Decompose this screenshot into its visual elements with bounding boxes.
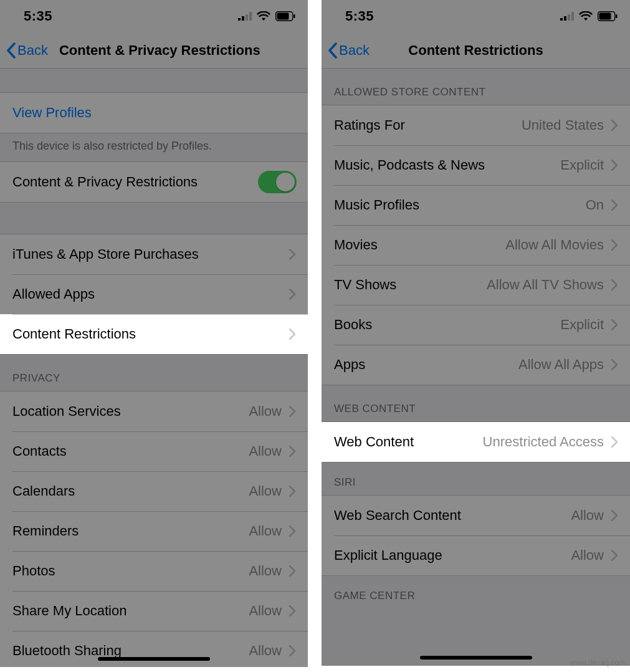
music-profiles-cell[interactable]: Music Profiles On: [322, 185, 630, 225]
cell-value: Allow: [249, 523, 282, 539]
back-button[interactable]: Back: [0, 42, 48, 59]
wifi-icon: [579, 11, 593, 21]
view-profiles-cell[interactable]: View Profiles: [0, 93, 308, 133]
cell-value: Allow: [571, 507, 604, 524]
privacy-header: PRIVACY: [0, 355, 308, 391]
chevron-right-icon: [610, 549, 619, 562]
itunes-purchases-cell[interactable]: iTunes & App Store Purchases: [0, 234, 308, 274]
cell-label: Content Restrictions: [12, 326, 136, 342]
share-my-location-cell[interactable]: Share My Location Allow: [0, 591, 308, 631]
apps-cell[interactable]: Apps Allow All Apps: [322, 345, 630, 385]
master-toggle-label: Content & Privacy Restrictions: [12, 174, 198, 190]
battery-icon: [275, 11, 295, 21]
explicit-language-cell[interactable]: Explicit Language Allow: [322, 535, 630, 575]
svg-rect-13: [616, 14, 618, 18]
svg-rect-3: [249, 12, 252, 21]
cell-label: Contacts: [12, 443, 67, 459]
cell-label: Books: [334, 317, 372, 333]
chevron-right-icon: [288, 524, 297, 538]
cell-value: Explicit: [560, 157, 604, 173]
content-restrictions-cell[interactable]: Content Restrictions: [0, 314, 308, 354]
chevron-right-icon: [610, 238, 619, 252]
allowed-apps-cell[interactable]: Allowed Apps: [0, 274, 308, 314]
cell-label: Location Services: [12, 403, 121, 420]
photos-cell[interactable]: Photos Allow: [0, 551, 308, 591]
cell-value: Allow: [249, 443, 282, 459]
cell-value: Allow: [249, 603, 282, 619]
watermark: www.deuaq.com: [570, 658, 625, 667]
bluetooth-sharing-cell[interactable]: Bluetooth Sharing Allow: [0, 631, 308, 667]
cell-label: Ratings For: [334, 117, 405, 133]
web-search-content-cell[interactable]: Web Search Content Allow: [322, 496, 630, 535]
svg-rect-5: [277, 13, 289, 20]
back-label: Back: [339, 42, 370, 59]
cell-label: Allowed Apps: [12, 286, 95, 302]
cell-value: United States: [522, 117, 604, 133]
svg-rect-12: [599, 13, 611, 20]
back-label: Back: [17, 42, 48, 59]
reminders-cell[interactable]: Reminders Allow: [0, 511, 308, 551]
cell-label: Music Profiles: [334, 197, 419, 213]
home-indicator[interactable]: [420, 656, 532, 660]
status-time: 5:35: [345, 8, 374, 24]
chevron-right-icon: [288, 247, 297, 261]
spacer: [0, 203, 308, 234]
game-center-header: GAME CENTER: [322, 576, 630, 608]
music-podcasts-news-cell[interactable]: Music, Podcasts & News Explicit: [322, 145, 630, 185]
movies-cell[interactable]: Movies Allow All Movies: [322, 225, 630, 265]
chevron-right-icon: [288, 405, 297, 418]
cell-label: Web Content: [334, 434, 414, 450]
back-button[interactable]: Back: [322, 42, 370, 59]
chevron-right-icon: [288, 564, 297, 578]
calendars-cell[interactable]: Calendars Allow: [0, 471, 308, 511]
phone-left: 5:35 Back Content & Privacy Restrictions: [0, 0, 308, 667]
nav-bar: Back Content Restrictions: [322, 32, 630, 69]
chevron-right-icon: [610, 318, 619, 332]
cell-value: Unrestricted Access: [483, 434, 604, 450]
svg-rect-10: [571, 12, 574, 21]
signal-icon: [560, 12, 574, 21]
svg-rect-6: [294, 14, 295, 18]
home-indicator[interactable]: [98, 657, 210, 661]
cell-value: Allow All TV Shows: [487, 277, 604, 293]
location-services-cell[interactable]: Location Services Allow: [0, 391, 308, 431]
chevron-right-icon: [610, 158, 619, 172]
cell-value: Explicit: [560, 317, 604, 333]
contacts-cell[interactable]: Contacts Allow: [0, 431, 308, 471]
cell-label: Movies: [334, 237, 378, 253]
cell-label: Web Search Content: [334, 507, 461, 524]
spacer: [0, 69, 308, 92]
cell-label: TV Shows: [334, 277, 396, 293]
svg-rect-9: [568, 14, 570, 21]
tv-shows-cell[interactable]: TV Shows Allow All TV Shows: [322, 265, 630, 305]
cell-label: Calendars: [12, 483, 75, 499]
cell-value: Allow: [249, 403, 282, 420]
svg-rect-7: [560, 18, 563, 21]
cell-value: Allow: [249, 483, 282, 499]
cell-label: Explicit Language: [334, 547, 442, 564]
view-profiles-label: View Profiles: [12, 105, 92, 121]
status-icons: [238, 11, 295, 21]
chevron-right-icon: [610, 278, 619, 292]
web-content-cell[interactable]: Web Content Unrestricted Access: [322, 422, 630, 462]
ratings-for-cell[interactable]: Ratings For United States: [322, 105, 630, 145]
cell-label: Share My Location: [12, 603, 126, 619]
web-content-header: WEB CONTENT: [322, 385, 630, 421]
status-bar: 5:35: [0, 0, 308, 32]
allowed-store-content-header: ALLOWED STORE CONTENT: [322, 69, 630, 105]
page-title: Content & Privacy Restrictions: [59, 42, 260, 59]
cell-value: Allow All Apps: [518, 357, 604, 373]
chevron-right-icon: [288, 327, 297, 341]
page-title: Content Restrictions: [408, 42, 543, 59]
master-toggle-cell[interactable]: Content & Privacy Restrictions: [0, 162, 308, 202]
svg-rect-2: [246, 14, 248, 21]
siri-header: SIRI: [322, 463, 630, 495]
profiles-footer: This device is also restricted by Profil…: [0, 133, 308, 161]
chevron-right-icon: [288, 484, 297, 498]
cell-value: Allow: [249, 643, 282, 659]
books-cell[interactable]: Books Explicit: [322, 305, 630, 345]
signal-icon: [238, 12, 252, 21]
cell-value: Allow All Movies: [505, 237, 604, 253]
toggle-switch[interactable]: [258, 171, 297, 193]
cell-label: Reminders: [12, 523, 79, 539]
